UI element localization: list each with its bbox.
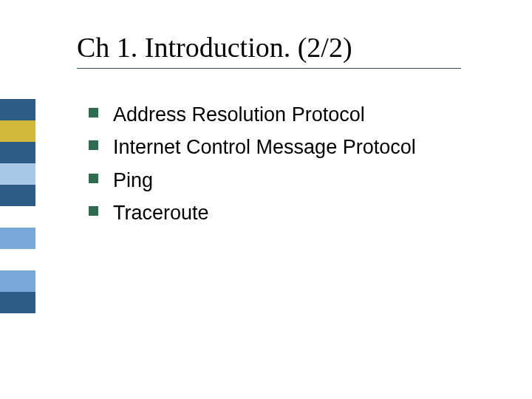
bullet-text: Address Resolution Protocol: [113, 101, 365, 128]
bullet-icon: [89, 108, 98, 117]
bullet-icon: [89, 140, 98, 150]
list-item: Ping: [89, 167, 502, 194]
bullet-icon: [89, 174, 98, 183]
deco-block: [0, 292, 35, 313]
bullet-icon: [89, 206, 98, 216]
bullet-text: Internet Control Message Protocol: [113, 134, 416, 160]
decorative-left-strip: [0, 99, 35, 313]
list-item: Internet Control Message Protocol: [89, 134, 502, 160]
deco-block: [0, 99, 35, 120]
list-item: Traceroute: [89, 200, 502, 226]
list-item: Address Resolution Protocol: [89, 101, 502, 128]
deco-block: [0, 270, 35, 292]
title-underline: [77, 68, 461, 69]
deco-block: [0, 185, 35, 206]
deco-block: [0, 228, 35, 249]
deco-block: [0, 120, 35, 142]
bullet-text: Ping: [113, 167, 153, 194]
slide-content: Ch 1. Introduction. (2/2) Address Resolu…: [77, 31, 502, 233]
bullet-list: Address Resolution ProtocolInternet Cont…: [77, 101, 502, 227]
deco-block: [0, 206, 35, 228]
bullet-text: Traceroute: [113, 200, 209, 226]
slide-title: Ch 1. Introduction. (2/2): [77, 31, 502, 64]
deco-block: [0, 163, 35, 185]
deco-block: [0, 249, 35, 270]
deco-block: [0, 142, 35, 163]
